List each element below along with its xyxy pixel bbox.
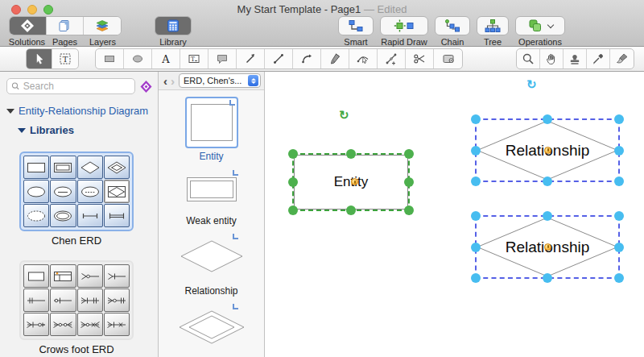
chen-shape-key-attribute[interactable] [50, 180, 76, 203]
smart-button[interactable] [338, 16, 374, 35]
arrow-tool[interactable] [237, 49, 265, 68]
resize-handle[interactable] [404, 177, 414, 187]
format-brush-tool[interactable] [610, 49, 634, 68]
entity-shape-item[interactable] [185, 97, 238, 148]
action-badge-icon[interactable] [544, 243, 551, 251]
text-tool[interactable]: A [152, 49, 180, 68]
action-badge-icon[interactable] [351, 178, 358, 185]
disclosure-triangle-icon[interactable] [18, 128, 26, 133]
crow-shape-many-to-many-crossed[interactable] [77, 313, 103, 336]
resize-handle[interactable] [471, 211, 481, 221]
resize-handle[interactable] [543, 273, 552, 283]
chen-shape-participation-constraint[interactable] [77, 204, 103, 227]
crow-shape-entity-with-attributes[interactable] [50, 264, 76, 288]
text-box-tool[interactable]: T [180, 49, 208, 68]
entity-canvas-shape[interactable]: Entity [292, 153, 410, 211]
resize-handle[interactable] [614, 211, 624, 221]
drawing-canvas[interactable]: ↻ Entity ↻ Relationship [265, 72, 644, 357]
chen-shape-entity[interactable] [23, 156, 49, 179]
crow-shape-one-optional[interactable] [50, 289, 76, 312]
node-edit-tool[interactable] [349, 49, 378, 68]
chen-shape-relationship[interactable] [77, 156, 103, 179]
crow-shape-many-to-one-bar[interactable] [77, 289, 103, 312]
pages-button[interactable] [47, 17, 84, 35]
add-point-tool[interactable] [378, 49, 406, 68]
resize-handle[interactable] [614, 273, 624, 283]
resize-handle[interactable] [471, 114, 481, 124]
resize-handle[interactable] [288, 177, 298, 187]
resize-handle[interactable] [471, 273, 481, 283]
crow-shape-one-to-many-crossed[interactable] [104, 313, 130, 336]
disclosure-triangle-icon[interactable] [6, 109, 14, 114]
action-badge-icon[interactable] [544, 147, 551, 154]
layers-button[interactable] [84, 17, 121, 35]
zoom-tool[interactable] [517, 49, 540, 68]
resize-handle[interactable] [471, 243, 481, 252]
resize-handle[interactable] [614, 114, 624, 124]
search-input[interactable] [23, 81, 130, 92]
chen-shape-weak-entity[interactable] [50, 156, 76, 179]
chen-shape-attribute[interactable] [23, 180, 49, 203]
insert-shape-icon[interactable] [233, 170, 238, 176]
stamp-tool[interactable] [564, 49, 587, 68]
library-button[interactable] [155, 16, 192, 35]
crow-shape-many-optional-bar[interactable] [104, 289, 130, 312]
chen-shape-multivalued-attribute[interactable] [50, 204, 76, 227]
forward-button[interactable]: › [169, 75, 176, 87]
crow-shape-entity[interactable] [23, 264, 49, 288]
entity-item-label[interactable]: Entity [199, 151, 223, 162]
libraries-tree-item[interactable]: Libraries [18, 124, 158, 136]
curve-tool[interactable] [293, 49, 321, 68]
chen-shape-weak-key-attribute[interactable] [77, 180, 103, 203]
crow-shape-one-to-many-optional[interactable] [23, 313, 49, 336]
crows-foot-erd-label[interactable]: Crows foot ERD [19, 343, 134, 355]
relationship-item-label[interactable]: Relationship [184, 285, 237, 297]
solutions-button[interactable] [10, 17, 47, 35]
rotation-handle[interactable]: ↻ [526, 78, 537, 90]
resize-handle[interactable] [543, 211, 552, 221]
crow-shape-one-mandatory[interactable] [23, 289, 49, 312]
resize-handle[interactable] [614, 176, 624, 186]
resize-handle[interactable] [288, 149, 298, 159]
relationship-shape-item[interactable] [180, 240, 243, 272]
solutions-search-icon[interactable] [139, 80, 153, 93]
resize-handle[interactable] [471, 146, 481, 156]
chen-shape-weak-relationship[interactable] [104, 156, 130, 179]
crow-shape-many-to-many-optional[interactable] [50, 313, 76, 336]
back-button[interactable]: ‹ [162, 75, 169, 87]
chen-erd-library[interactable] [19, 152, 134, 231]
rectangle-tool[interactable] [96, 49, 124, 68]
resize-handle[interactable] [614, 146, 624, 156]
resize-handle[interactable] [288, 205, 298, 215]
library-dropdown[interactable]: ERD, Chen's... [179, 73, 261, 88]
resize-handle[interactable] [543, 176, 552, 186]
shape-data-tool[interactable] [434, 49, 462, 68]
weak-entity-item-label[interactable]: Weak entity [186, 215, 236, 226]
insert-shape-icon[interactable] [233, 234, 238, 239]
chen-shape-derived-attribute[interactable] [23, 204, 49, 227]
resize-handle[interactable] [614, 243, 624, 252]
resize-handle[interactable] [404, 149, 414, 159]
crow-shape-many-mandatory[interactable] [104, 264, 130, 288]
pen-tool[interactable] [321, 49, 349, 68]
insert-shape-icon[interactable] [229, 100, 235, 106]
rotation-handle[interactable]: ↻ [339, 109, 349, 121]
scissors-tool[interactable] [406, 49, 434, 68]
resize-handle[interactable] [471, 176, 481, 186]
line-tool[interactable] [265, 49, 293, 68]
tree-button[interactable] [477, 16, 509, 35]
relationship-canvas-shape-2[interactable]: Relationship [475, 215, 620, 279]
insert-shape-icon[interactable] [233, 304, 238, 309]
operations-button[interactable] [515, 16, 565, 35]
resize-handle[interactable] [404, 205, 414, 215]
resize-handle[interactable] [346, 205, 356, 215]
search-field[interactable] [6, 78, 135, 94]
pan-tool[interactable] [540, 49, 564, 68]
resize-handle[interactable] [543, 114, 552, 124]
solution-tree-item[interactable]: Entity-Relationship Diagram [6, 105, 158, 117]
resize-handle[interactable] [346, 149, 356, 159]
ellipse-tool[interactable] [124, 49, 152, 68]
relationship-canvas-shape-1[interactable]: Relationship [475, 118, 620, 182]
chain-button[interactable] [435, 16, 470, 35]
callout-tool[interactable] [208, 49, 237, 68]
